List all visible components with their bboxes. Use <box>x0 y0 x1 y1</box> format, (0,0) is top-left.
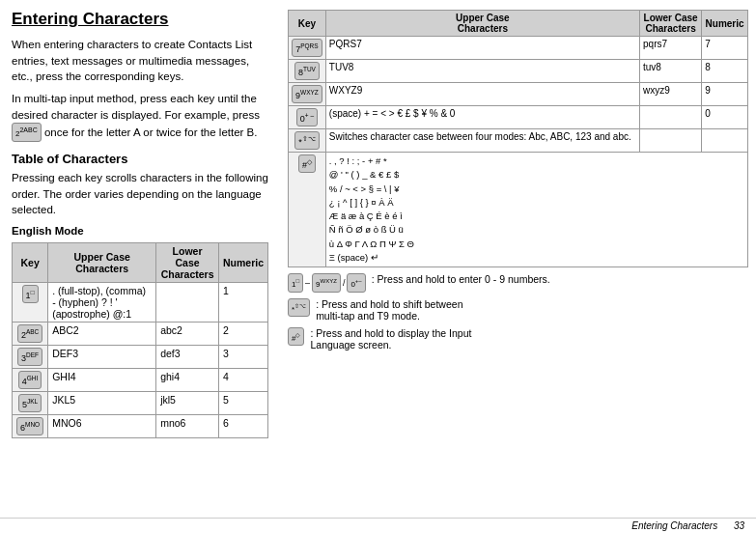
numeric-cell: 1 <box>218 283 267 323</box>
rnumeric-cell: 0 <box>702 106 748 129</box>
numeric-cell: 4 <box>218 369 267 392</box>
right-table-row: 8TUVTUV8tuv88 <box>289 60 748 83</box>
left-table-row: 5JKLJKL5jkl55 <box>13 392 268 415</box>
paragraph-1: When entering characters to create Conta… <box>12 37 268 85</box>
lower-cell: abc2 <box>156 323 219 346</box>
rlower-cell <box>640 106 702 129</box>
bottom-row-3: #◇ : Press and hold to display the Input… <box>288 327 748 351</box>
bottom-key-2: *⇧⌥ <box>288 298 310 318</box>
section2-title: Table of Characters <box>12 152 268 166</box>
footer-right: Entering Characters 33 <box>631 520 744 531</box>
col-numeric: Numeric <box>218 243 267 283</box>
bottom-row-2: *⇧⌥ : Press and hold to shift betweenmul… <box>288 298 748 322</box>
col-upper: Upper CaseCharacters <box>48 243 156 283</box>
right-table-row: #◇. , ? ! : ; - + # *@ ' " ( ) _ & € £ $… <box>289 153 748 267</box>
rkey-cell: 9WXYZ <box>289 83 326 106</box>
right-table: Key Upper CaseCharacters Lower CaseChara… <box>288 10 748 267</box>
upper-cell: GHI4 <box>48 369 156 392</box>
rupper-cell: WXYZ9 <box>325 83 639 106</box>
rupper-cell: PQRS7 <box>325 37 639 60</box>
bottom-text-3: : Press and hold to display the InputLan… <box>310 327 471 351</box>
upper-cell: ABC2 <box>48 323 156 346</box>
upper-cell: DEF3 <box>48 346 156 369</box>
numeric-cell: 2 <box>218 323 267 346</box>
rcol-key: Key <box>289 11 326 37</box>
lower-cell: jkl5 <box>156 392 219 415</box>
left-table-row: 4GHIGHI4ghi44 <box>13 369 268 392</box>
numeric-cell: 5 <box>218 392 267 415</box>
rnumeric-cell: 8 <box>702 60 748 83</box>
rlower-cell: tuv8 <box>640 60 702 83</box>
numeric-cell: 6 <box>218 415 267 438</box>
bottom-section: 1□ – 9WXYZ / 0+– : Press and hold to ent… <box>288 273 748 351</box>
page-title: Entering Characters <box>12 10 268 29</box>
right-table-row: 0+ –(space) + = < > € £ $ ¥ % & 00 <box>289 106 748 129</box>
lower-cell: def3 <box>156 346 219 369</box>
bottom-key-1: 1□ – 9WXYZ / 0+– <box>288 273 366 293</box>
bottom-row-1: 1□ – 9WXYZ / 0+– : Press and hold to ent… <box>288 273 748 293</box>
lower-cell <box>156 283 219 323</box>
key-cell: 1□ <box>13 283 48 323</box>
rupper-cell: . , ? ! : ; - + # *@ ' " ( ) _ & € £ $% … <box>325 153 747 267</box>
section2-text: Pressing each key scrolls characters in … <box>12 170 268 218</box>
page-footer: Entering Characters 33 <box>0 518 756 533</box>
rlower-cell: pqrs7 <box>640 37 702 60</box>
upper-cell: MNO6 <box>48 415 156 438</box>
right-column: Key Upper CaseCharacters Lower CaseChara… <box>280 0 756 533</box>
key-example: 22ABC <box>12 123 42 142</box>
paragraph-2: In multi-tap input method, press each ke… <box>12 91 268 142</box>
key-cell: 6MNO <box>13 415 48 438</box>
rupper-cell: (space) + = < > € £ $ ¥ % & 0 <box>325 106 639 129</box>
rkey-cell: *⇧⌥ <box>289 129 326 153</box>
upper-cell: . (full-stop), (comma) - (hyphen) ? ! ' … <box>48 283 156 323</box>
col-key: Key <box>13 243 48 283</box>
rcol-upper: Upper CaseCharacters <box>325 11 639 37</box>
numeric-cell: 3 <box>218 346 267 369</box>
key-cell: 5JKL <box>13 392 48 415</box>
lower-cell: ghi4 <box>156 369 219 392</box>
rlower-cell <box>640 129 702 153</box>
page-container: Entering Characters When entering charac… <box>0 0 756 533</box>
rkey-cell: 7PQRS <box>289 37 326 60</box>
rkey-cell: 0+ – <box>289 106 326 129</box>
left-column: Entering Characters When entering charac… <box>0 0 280 533</box>
rupper-cell: TUV8 <box>325 60 639 83</box>
left-table-row: 1□. (full-stop), (comma) - (hyphen) ? ! … <box>13 283 268 323</box>
upper-cell: JKL5 <box>48 392 156 415</box>
rnumeric-cell <box>702 129 748 153</box>
right-table-row: *⇧⌥Switches character case between four … <box>289 129 748 153</box>
col-lower: Lower CaseCharacters <box>156 243 219 283</box>
rkey-cell: #◇ <box>289 153 326 267</box>
mode-label: English Mode <box>12 225 84 237</box>
left-table-row: 3DEFDEF3def33 <box>13 346 268 369</box>
right-table-row: 7PQRSPQRS7pqrs77 <box>289 37 748 60</box>
left-table: Key Upper CaseCharacters Lower CaseChara… <box>12 242 268 438</box>
key-cell: 2ABC <box>13 323 48 346</box>
left-table-row: 6MNOMNO6mno66 <box>13 415 268 438</box>
rcol-lower: Lower CaseCharacters <box>640 11 702 37</box>
right-table-row: 9WXYZWXYZ9wxyz99 <box>289 83 748 106</box>
rnumeric-cell: 7 <box>702 37 748 60</box>
key-cell: 4GHI <box>13 369 48 392</box>
left-table-row: 2ABCABC2abc22 <box>13 323 268 346</box>
rupper-cell: Switches character case between four mod… <box>325 129 639 153</box>
rkey-cell: 8TUV <box>289 60 326 83</box>
bottom-text-2: : Press and hold to shift betweenmulti-t… <box>316 298 462 322</box>
rnumeric-cell: 9 <box>702 83 748 106</box>
bottom-text-1: : Press and hold to enter 0 - 9 numbers. <box>372 273 550 285</box>
rcol-numeric: Numeric <box>702 11 748 37</box>
bottom-key-3: #◇ <box>288 327 304 347</box>
lower-cell: mno6 <box>156 415 219 438</box>
rlower-cell: wxyz9 <box>640 83 702 106</box>
key-cell: 3DEF <box>13 346 48 369</box>
